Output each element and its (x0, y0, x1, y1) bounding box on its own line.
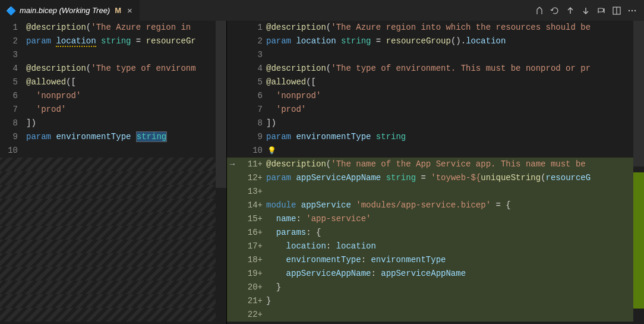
editor-tab[interactable]: 🔷 main.bicep (Working Tree) M × (0, 0, 140, 21)
tab-bar: 🔷 main.bicep (Working Tree) M × (0, 0, 644, 21)
line-number: 2 (0, 34, 26, 48)
code-content[interactable]: 'nonprod' (266, 89, 644, 103)
code-line[interactable]: 5 @allowed([ (0, 76, 226, 89)
code-line[interactable]: 2 param location string = resourceGr (0, 34, 226, 48)
line-number: 12+ (238, 171, 266, 185)
code-content[interactable]: appServiceAppName: appServiceAppName (266, 267, 644, 281)
code-line[interactable]: 6 'nonprod' (0, 89, 226, 103)
line-number: 5 (0, 76, 26, 89)
code-line[interactable]: 10 (0, 144, 226, 158)
code-line[interactable]: 16+ params: { (227, 226, 644, 240)
line-number: 6 (0, 89, 26, 103)
modified-badge: M (115, 6, 121, 15)
prev-change-icon[interactable] (563, 4, 577, 18)
code-line[interactable]: 3 (227, 48, 644, 62)
code-content[interactable]: params: { (266, 226, 644, 240)
code-content[interactable]: environmentType: environmentType (266, 253, 644, 267)
diff-filler (0, 240, 226, 253)
code-content[interactable]: @description('The name of the App Servic… (266, 158, 644, 171)
line-number: 4 (238, 62, 266, 76)
code-line[interactable]: 21+ } (227, 294, 644, 308)
code-line[interactable]: 4 @description('The type of environm (0, 62, 226, 76)
code-line[interactable]: 6 'nonprod' (227, 89, 644, 103)
line-number: 7 (0, 103, 26, 117)
line-number: 16+ (238, 226, 266, 240)
file-tree-icon[interactable] (532, 4, 547, 18)
line-number: 5 (238, 76, 266, 89)
code-content[interactable]: @description('The type of environment. T… (266, 62, 644, 76)
code-line[interactable]: 7 'prod' (0, 103, 226, 117)
line-number: 8 (0, 117, 26, 130)
code-content[interactable]: 'nonprod' (26, 89, 226, 103)
line-number: 3 (0, 48, 26, 62)
code-line[interactable]: 9 param environmentType string (0, 130, 226, 144)
lightbulb-icon[interactable]: 💡 (266, 147, 276, 155)
code-line[interactable]: 12+ param appServiceAppName string = 'to… (227, 171, 644, 185)
code-content[interactable]: param appServiceAppName string = 'toyweb… (266, 171, 644, 185)
diff-filler (0, 171, 226, 185)
code-line[interactable]: 17+ location: location (227, 240, 644, 253)
code-content[interactable]: @description('The Azure region in (26, 21, 226, 34)
code-content[interactable]: name: 'app-service' (266, 212, 644, 226)
editor-toolbar (532, 0, 644, 21)
code-content[interactable]: 💡 (266, 144, 644, 158)
line-number: 11+ (238, 158, 266, 171)
line-number: 9 (238, 130, 266, 144)
minimap-left[interactable] (216, 21, 226, 324)
code-content[interactable]: param environmentType string (266, 130, 644, 144)
next-change-icon[interactable] (579, 4, 593, 18)
split-editor-icon[interactable] (610, 4, 624, 18)
code-line[interactable]: 14+ module appService 'modules/app-servi… (227, 199, 644, 212)
code-content[interactable]: location: location (266, 240, 644, 253)
more-actions-icon[interactable] (625, 4, 639, 18)
code-content[interactable]: @allowed([ (26, 76, 226, 89)
code-line[interactable]: 5 @allowed([ (227, 76, 644, 89)
code-line[interactable]: 10 💡 (227, 144, 644, 158)
line-number: 13+ (238, 185, 266, 199)
diff-original-pane[interactable]: 1 @description('The Azure region in 2 pa… (0, 21, 227, 324)
code-line[interactable]: 4 @description('The type of environment.… (227, 62, 644, 76)
diff-modified-pane[interactable]: 1 @description('The Azure region into wh… (227, 21, 644, 324)
whitespace-icon[interactable] (594, 4, 608, 18)
code-content[interactable]: ]) (266, 117, 644, 130)
line-number: 15+ (238, 212, 266, 226)
code-content[interactable]: } (266, 294, 644, 308)
line-number: 14+ (238, 199, 266, 212)
line-number: 4 (0, 62, 26, 76)
code-line[interactable]: 1 @description('The Azure region in (0, 21, 226, 34)
code-content[interactable]: module appService 'modules/app-service.b… (266, 199, 644, 212)
code-content[interactable]: param location string = resourceGroup().… (266, 34, 644, 48)
code-content[interactable]: } (266, 281, 644, 294)
code-line[interactable]: 2 param location string = resourceGroup(… (227, 34, 644, 48)
code-line[interactable]: 15+ name: 'app-service' (227, 212, 644, 226)
code-content[interactable]: 'prod' (266, 103, 644, 117)
code-line[interactable]: 22+ (227, 308, 644, 322)
code-line[interactable]: 9 param environmentType string (227, 130, 644, 144)
code-content[interactable]: @description('The Azure region into whic… (266, 21, 644, 34)
code-line[interactable]: 8 ]) (0, 117, 226, 130)
code-line[interactable]: 1 @description('The Azure region into wh… (227, 21, 644, 34)
minimap-right[interactable] (633, 21, 644, 324)
line-number: 6 (238, 89, 266, 103)
code-line[interactable]: 7 'prod' (227, 103, 644, 117)
code-content[interactable]: @description('The type of environm (26, 62, 226, 76)
code-content[interactable]: 'prod' (26, 103, 226, 117)
code-content[interactable]: ]) (26, 117, 226, 130)
diff-filler (0, 158, 226, 171)
code-line[interactable]: 18+ environmentType: environmentType (227, 253, 644, 267)
code-content[interactable]: @allowed([ (266, 76, 644, 89)
diff-filler (0, 199, 226, 212)
code-content[interactable]: param location string = resourceGr (26, 34, 226, 48)
file-icon: 🔷 (6, 6, 16, 15)
code-line[interactable]: 8 ]) (227, 117, 644, 130)
diff-filler (0, 267, 226, 281)
code-line[interactable]: 13+ (227, 185, 644, 199)
line-number: 19+ (238, 267, 266, 281)
code-line[interactable]: 3 (0, 48, 226, 62)
close-icon[interactable]: × (125, 5, 135, 15)
revert-icon[interactable] (548, 4, 562, 18)
code-content[interactable]: param environmentType string (26, 130, 226, 144)
code-line[interactable]: → 11+ @description('The name of the App … (227, 158, 644, 171)
code-line[interactable]: 20+ } (227, 281, 644, 294)
code-line[interactable]: 19+ appServiceAppName: appServiceAppName (227, 267, 644, 281)
